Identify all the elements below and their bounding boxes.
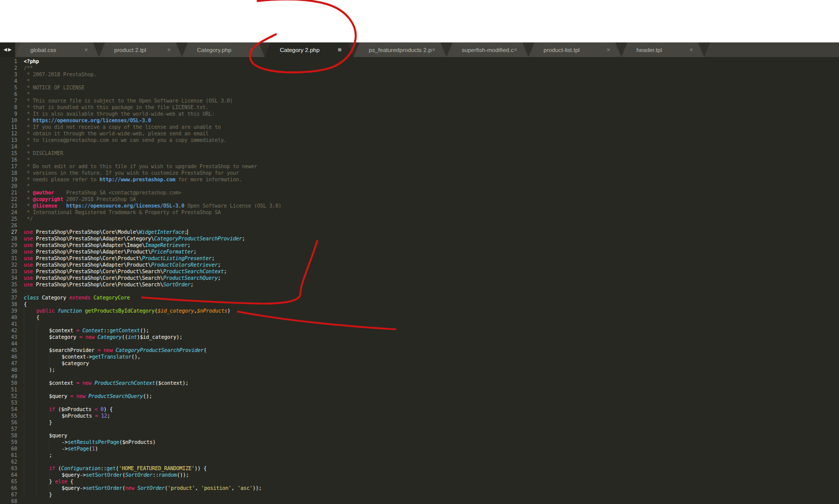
code-line: 23 * @license https://opensource.org/lic…	[0, 203, 839, 209]
tab-close-icon[interactable]: ×	[514, 47, 517, 53]
tab-scroll-arrows[interactable]: ◀ ▶	[0, 42, 15, 57]
indent-guide	[24, 406, 36, 413]
tab-header-tpl[interactable]: header.tpl×	[621, 42, 704, 57]
desktop-white-band	[0, 0, 839, 42]
text-cursor	[187, 229, 188, 235]
line-number: 2	[0, 65, 17, 71]
line-number: 66	[0, 485, 17, 491]
tab-close-icon[interactable]: ×	[607, 47, 610, 53]
line-number: 56	[0, 419, 17, 426]
code-editor[interactable]: 1<?php2/**3 * 2007-2018 PrestaShop.4 *5 …	[0, 57, 839, 504]
line-number: 65	[0, 478, 17, 485]
code-area[interactable]: 1<?php2/**3 * 2007-2018 PrestaShop.4 *5 …	[0, 58, 839, 504]
indent-guide	[24, 386, 36, 393]
tab-close-icon[interactable]: ×	[432, 47, 435, 53]
line-number: 14	[0, 143, 17, 150]
code-line: 39public function getProductsByIdCategor…	[0, 308, 839, 314]
code-line: 7 * This source file is subject to the O…	[0, 97, 839, 104]
tab-category-2-php[interactable]: Category 2.php	[265, 42, 354, 57]
code-line-content: $nProducts = 12;	[24, 413, 110, 419]
code-line: 9 * It is also available through the wor…	[0, 111, 839, 117]
indent-guide	[24, 485, 36, 491]
indent-guide	[24, 426, 36, 432]
code-line-content: $category = new Category((int)$id_catego…	[24, 334, 182, 340]
code-line-content: use PrestaShop\PrestaShop\Core\Product\P…	[24, 255, 215, 262]
indent-guide	[24, 367, 36, 373]
indent-guide	[24, 439, 36, 445]
line-number: 59	[0, 439, 17, 445]
code-line: 46$context->getTranslator(),	[0, 354, 839, 360]
indent-guide	[36, 445, 49, 452]
code-line: 67}	[0, 491, 839, 498]
tab-label: product-list.tpl	[528, 47, 607, 53]
line-number: 67	[0, 491, 17, 498]
indent-guide	[36, 432, 49, 439]
code-line: 64$query->setSortOrder(SortOrder::random…	[0, 472, 839, 478]
code-line-content: $context = Context::getContext();	[24, 327, 149, 334]
tab-label: product 2.tpl	[99, 47, 167, 53]
code-line-content: $context->getTranslator(),	[24, 354, 140, 360]
indent-guide	[36, 367, 49, 373]
code-line-content	[24, 426, 49, 432]
code-line-content: * @copyright 2007-2018 PrestaShop SA	[24, 196, 136, 203]
code-line: 13 * to license@prestashop.com so we can…	[0, 137, 839, 143]
code-line-content: $category	[24, 360, 89, 367]
line-number: 51	[0, 386, 17, 393]
code-line: 29use PrestaShop\PrestaShop\Adapter\Imag…	[0, 242, 839, 248]
code-line: 22 * @copyright 2007-2018 PrestaShop SA	[0, 196, 839, 203]
code-line: 19 * needs please refer to http://www.pr…	[0, 176, 839, 183]
code-line-content: <?php	[24, 58, 39, 65]
code-line: 42$context = Context::getContext();	[0, 327, 839, 334]
line-number: 36	[0, 288, 17, 294]
code-line-content	[24, 373, 49, 380]
line-number: 68	[0, 498, 17, 504]
indent-guide	[36, 334, 49, 340]
tab-scroll-right-icon[interactable]: ▶	[8, 47, 12, 52]
indent-guide	[49, 485, 62, 491]
tab-close-icon[interactable]: ×	[167, 47, 171, 53]
code-line-content: * @license https://opensource.org/licens…	[24, 203, 281, 209]
line-number: 55	[0, 413, 17, 419]
code-line-content: $searchProvider = new CategoryProductSea…	[24, 347, 207, 354]
code-line: 47$category	[0, 360, 839, 367]
line-number: 17	[0, 163, 17, 170]
indent-guide	[36, 380, 49, 386]
line-number: 5	[0, 84, 17, 91]
code-line: 50$context = new ProductSearchContext($c…	[0, 380, 839, 386]
code-line-content: $query->setSortOrder(new SortOrder('prod…	[24, 485, 262, 491]
code-line-content: ->setResultsPerPage($nProducts)	[24, 439, 156, 445]
tab-ps-featuredproducts-2-php[interactable]: ps_featuredproducts 2.php×	[354, 42, 447, 57]
code-line-content: */	[24, 216, 33, 222]
line-number: 8	[0, 104, 17, 111]
code-line: 36	[0, 288, 839, 294]
code-line-content: /**	[24, 65, 33, 71]
tab-product-2-tpl[interactable]: product 2.tpl×	[99, 42, 182, 57]
indent-guide	[24, 321, 36, 327]
tab-close-icon[interactable]: ×	[84, 47, 88, 53]
indent-guide	[36, 459, 49, 465]
tab-dirty-dot-icon[interactable]	[338, 48, 341, 52]
indent-guide	[36, 452, 49, 459]
tab-close-icon[interactable]: ×	[689, 47, 693, 53]
code-line: 57	[0, 426, 839, 432]
tab-product-list-tpl[interactable]: product-list.tpl×	[528, 42, 621, 57]
indent-guide	[49, 413, 62, 419]
code-line: 55$nProducts = 12;	[0, 413, 839, 419]
line-number: 60	[0, 445, 17, 452]
code-line-content: *	[24, 78, 30, 84]
code-line-content: *	[24, 143, 30, 150]
code-line: 14 *	[0, 143, 839, 150]
tab-category-php[interactable]: Category.php×	[182, 42, 265, 57]
tab-superfish-modified-css[interactable]: superfish-modified.css×	[447, 42, 528, 57]
tab-scroll-left-icon[interactable]: ◀	[4, 47, 7, 52]
indent-guide	[24, 347, 36, 354]
tab-close-icon[interactable]: ×	[250, 47, 254, 53]
code-line-content: }	[24, 491, 52, 498]
line-number: 45	[0, 347, 17, 354]
code-line: 4 *	[0, 78, 839, 84]
code-line-content: $query	[24, 432, 67, 439]
tab-global-css[interactable]: global.css×	[15, 42, 99, 57]
code-line: 51	[0, 386, 839, 393]
line-number: 20	[0, 183, 17, 189]
code-line-content: use PrestaShop\PrestaShop\Core\Module\Wi…	[24, 229, 188, 235]
